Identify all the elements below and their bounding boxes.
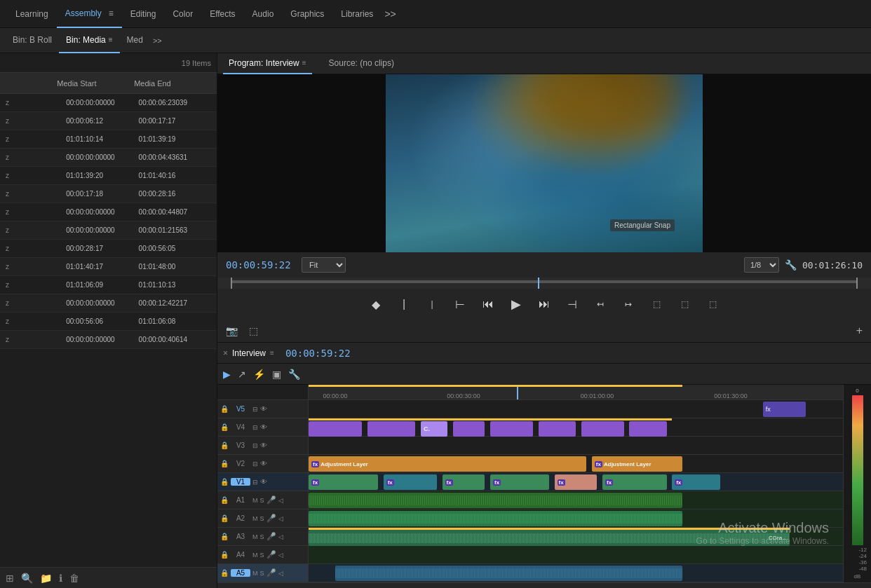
bin-search-icon[interactable]: 🔍 [21,573,33,584]
a1-lane[interactable] [309,491,843,510]
bin-list-item[interactable]: z 01:01:10:14 01:01:39:19 [0,130,217,149]
nav-audio[interactable]: Audio [244,0,283,28]
a3-solo-icon[interactable]: S [260,533,264,540]
mark-clip-btn[interactable]: | [394,294,414,314]
v4-clip-6[interactable] [539,421,576,437]
bin-list-item[interactable]: z 00:00:28:17 00:00:56:05 [0,240,217,258]
timeline-timecode[interactable]: 00:00:59:22 [285,348,351,359]
v3-lane[interactable] [309,437,843,455]
a2-mute-icon[interactable]: M [252,515,258,522]
fit-select[interactable]: Fit25%50%75%100% [302,257,346,273]
a5-mute-icon[interactable]: M [252,570,258,577]
tab-bin-media[interactable]: Bin: Media ≡ [59,28,120,53]
bin-list-item[interactable]: z 00:00:00:00000 00:00:04:43631 [0,149,217,167]
a3-audioin-icon[interactable]: ◁ [278,533,283,540]
a2-lane[interactable] [309,510,843,528]
a2-solo-icon[interactable]: S [260,515,264,522]
go-to-in-btn[interactable]: ⊢ [450,294,470,314]
a2-name[interactable]: A2 [231,514,250,522]
a4-name[interactable]: A4 [231,551,250,559]
timeline-playhead[interactable] [517,385,518,399]
v4-lane[interactable]: C. [309,418,843,437]
tab-source-noclips[interactable]: Source: (no clips) [323,53,400,74]
play-btn[interactable]: ▶ [506,294,526,314]
v5-lane[interactable]: fx [309,400,843,418]
nav-effects[interactable]: Effects [201,0,243,28]
a3-name[interactable]: A3 [231,533,250,540]
v5-lock-icon[interactable]: 🔒 [220,405,229,413]
a4-lock-icon[interactable]: 🔒 [220,551,229,559]
v4-sync-icon[interactable]: ⊟ [252,424,258,431]
time-ruler[interactable]: 00:00:00 00:00:30:00 00:01:00:00 00:01:3… [309,385,843,400]
v3-eye-icon[interactable]: 👁 [260,442,267,449]
a2-lock-icon[interactable]: 🔒 [220,514,229,522]
a1-name[interactable]: A1 [231,496,250,504]
bin-list-item[interactable]: z 00:00:00:00000 00:00:01:21563 [0,221,217,240]
v1-clip-4[interactable]: fx [490,474,549,490]
a5-name[interactable]: A5 [231,569,250,577]
step-forward-btn[interactable]: ⏭ [534,294,554,314]
timeline-close-btn[interactable]: × [223,348,228,358]
a1-solo-icon[interactable]: S [260,497,264,504]
a2-mic-icon[interactable]: 🎤 [266,514,276,523]
shuttle-forward-btn[interactable]: ↦ [619,294,638,314]
v1-clip-7[interactable]: fx [672,474,720,490]
v5-sync-icon[interactable]: ⊟ [252,406,258,413]
v2-adj-1[interactable]: fx Adjustment Layer [309,456,586,472]
panel-overflow-btn[interactable]: >> [153,36,162,45]
mark-in-btn[interactable]: ◆ [366,294,386,314]
resolution-select[interactable]: 1/8Full1/21/4 [744,257,779,273]
v3-name[interactable]: V3 [231,442,250,449]
tl-link-tool[interactable]: ↗ [238,369,246,380]
v1-lane[interactable]: fx fx fx fx [309,473,843,491]
v2-adj-2[interactable]: fx Adjustment Layer [592,456,683,472]
v1-clip-1[interactable]: fx [309,474,378,490]
v5-name[interactable]: V5 [231,405,250,413]
bin-list-item[interactable]: z 01:01:06:09 01:01:10:13 [0,276,217,294]
a3-mic-icon[interactable]: 🎤 [266,532,276,541]
shuttle-reverse-btn[interactable]: ↤ [590,294,610,314]
tab-program-interview[interactable]: Program: Interview ≡ [223,53,312,74]
a3-audio-clip[interactable]: CGra... [309,530,790,546]
tl-play-tool[interactable]: ▶ [223,369,231,380]
a5-lane[interactable] [309,564,843,582]
v3-lock-icon[interactable]: 🔒 [220,442,229,449]
go-to-out-btn[interactable]: ⊣ [562,294,582,314]
v4-name[interactable]: V4 [231,423,250,431]
a2-audio-clip[interactable] [309,511,682,526]
tl-marker-tool[interactable]: ▣ [272,369,281,380]
v4-clip-2[interactable] [367,421,416,437]
a3-mute-icon[interactable]: M [252,533,258,540]
v2-name[interactable]: V2 [231,460,250,467]
tl-snap-tool[interactable]: ⚡ [253,369,265,380]
bin-list-item[interactable]: z 00:00:00:00000 00:00:06:23039 [0,94,217,112]
nav-libraries[interactable]: Libraries [332,0,382,28]
a5-lock-icon[interactable]: 🔒 [220,569,229,577]
v3-sync-icon[interactable]: ⊟ [252,442,258,449]
a5-audioin-icon[interactable]: ◁ [278,570,283,577]
bin-delete-icon[interactable]: 🗑 [69,573,79,584]
camera-btn[interactable]: 📷 [226,325,238,336]
v4-lock-icon[interactable]: 🔒 [220,423,229,431]
step-back-btn[interactable]: ⏮ [478,294,498,314]
v1-clip-2[interactable]: fx [384,474,437,490]
v4-clip-7[interactable] [581,421,624,437]
settings-wrench-icon[interactable]: 🔧 [785,259,797,271]
nav-learning[interactable]: Learning [7,0,57,28]
v5-eye-icon[interactable]: 👁 [260,405,267,413]
bin-list-item[interactable]: z 00:00:00:00000 00:00:00:44807 [0,203,217,221]
a1-lock-icon[interactable]: 🔒 [220,496,229,504]
v2-lane[interactable]: fx Adjustment Layer fx Adjustment Layer [309,455,843,473]
a1-audioin-icon[interactable]: ◁ [278,497,283,504]
v4-clip-5[interactable] [490,421,533,437]
v1-name[interactable]: V1 [231,478,250,486]
bin-list-item[interactable]: z 00:00:56:06 01:01:06:08 [0,313,217,331]
tab-bin-media-menu[interactable]: ≡ [109,36,113,43]
add-panel-btn[interactable]: + [856,324,863,337]
v4-clip-1[interactable] [309,421,362,437]
a1-audio-clip[interactable] [309,493,682,508]
a1-mute-icon[interactable]: M [252,497,258,504]
a5-mic-icon[interactable]: 🎤 [266,568,276,577]
tab-med[interactable]: Med [120,28,150,53]
program-timeline-ruler[interactable] [217,278,871,289]
